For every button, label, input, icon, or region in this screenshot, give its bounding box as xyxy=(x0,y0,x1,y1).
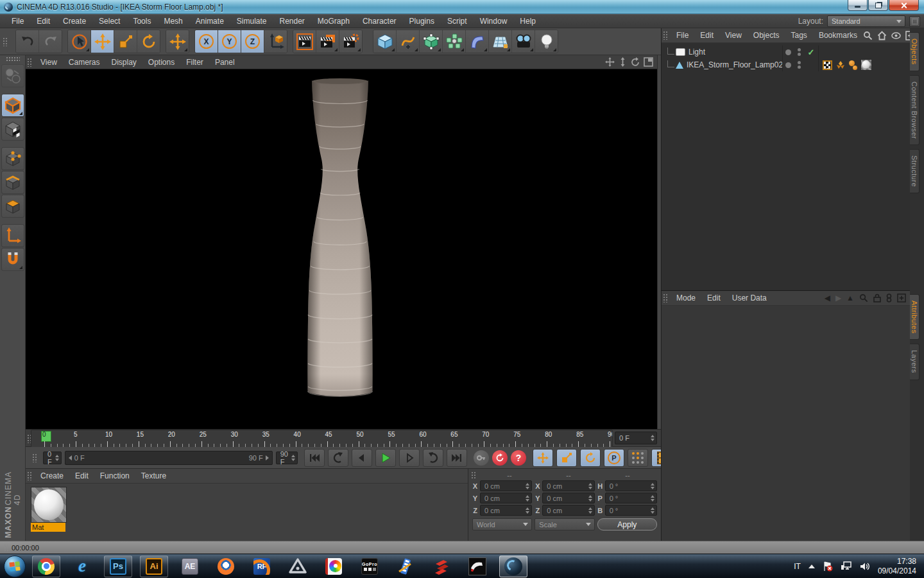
language-indicator[interactable]: IT xyxy=(794,562,801,571)
spinner-icon[interactable] xyxy=(651,507,654,514)
redo-button[interactable] xyxy=(39,30,62,53)
position-keyframe-toggle[interactable] xyxy=(533,449,553,467)
spinner-icon[interactable] xyxy=(526,483,529,489)
model-mode-button[interactable] xyxy=(1,94,24,117)
object-menu-file[interactable]: File xyxy=(671,31,694,40)
live-selection-button[interactable] xyxy=(68,30,91,53)
viewport-menu-grip[interactable] xyxy=(27,58,33,67)
viewport-menu-panel[interactable]: Panel xyxy=(209,58,241,67)
parent-up-icon[interactable]: ▲ xyxy=(846,294,854,302)
spinner-icon[interactable] xyxy=(651,483,654,489)
menu-create[interactable]: Create xyxy=(56,17,92,26)
material-menu-create[interactable]: Create xyxy=(35,471,69,480)
history-forward-icon[interactable]: ▶ xyxy=(835,294,841,302)
menu-character[interactable]: Character xyxy=(356,17,403,26)
current-frame-field[interactable]: 0 F xyxy=(43,451,62,464)
add-deformer-button[interactable] xyxy=(466,30,489,53)
add-camera-button[interactable] xyxy=(512,30,535,53)
search-icon[interactable] xyxy=(863,31,873,40)
attribute-menu-grip[interactable] xyxy=(663,293,669,302)
transform-mode-dropdown[interactable]: Scale xyxy=(535,518,594,530)
snap-magnet-button[interactable] xyxy=(1,248,24,271)
goto-start-button[interactable] xyxy=(304,449,325,467)
attribute-menu-edit[interactable]: Edit xyxy=(701,293,726,302)
add-environment-button[interactable] xyxy=(489,30,512,53)
menu-animate[interactable]: Animate xyxy=(189,17,230,26)
tab-attributes[interactable]: Attributes xyxy=(910,294,920,340)
show-hidden-icons[interactable] xyxy=(809,565,815,568)
layout-dropdown[interactable]: Standard xyxy=(827,15,905,27)
texture-mode-button[interactable] xyxy=(1,118,24,141)
scale-tool-button[interactable] xyxy=(114,30,137,53)
render-visibility-dots[interactable] xyxy=(794,61,804,69)
render-view-button[interactable] xyxy=(293,30,316,53)
taskbar-blender[interactable] xyxy=(212,556,240,577)
x-axis-lock-button[interactable]: X xyxy=(195,30,218,53)
make-editable-button[interactable] xyxy=(1,64,24,87)
object-menu-edit[interactable]: Edit xyxy=(694,31,719,40)
timeline-range-slider[interactable]: 0 F 90 F xyxy=(65,451,273,465)
last-tool-button[interactable] xyxy=(166,30,189,53)
play-button[interactable] xyxy=(375,449,396,467)
viewport-menu-cameras[interactable]: Cameras xyxy=(63,58,106,67)
viewport-menu-view[interactable]: View xyxy=(35,58,63,67)
taskbar-media-app[interactable] xyxy=(320,556,348,577)
material-ball-tag-icon[interactable] xyxy=(849,60,857,70)
ruler-frame-field[interactable]: 0 F xyxy=(615,432,657,444)
tab-layers[interactable]: Layers xyxy=(910,344,920,380)
close-button[interactable] xyxy=(889,0,919,11)
mode-toolbar-grip[interactable] xyxy=(6,57,20,62)
menu-window[interactable]: Window xyxy=(474,17,514,26)
add-modeling-object-button[interactable] xyxy=(420,30,443,53)
toggle-view-icon[interactable] xyxy=(644,57,653,67)
start-button[interactable] xyxy=(4,556,26,577)
material-menu-grip[interactable] xyxy=(27,471,33,480)
coordinate-space-dropdown[interactable]: World xyxy=(472,518,532,530)
spinner-icon[interactable] xyxy=(55,455,59,461)
editor-visibility-dot[interactable] xyxy=(785,49,791,55)
menu-edit[interactable]: Edit xyxy=(30,17,56,26)
help-button[interactable]: ? xyxy=(511,450,526,466)
spinner-icon[interactable] xyxy=(588,483,592,489)
material-menu-edit[interactable]: Edit xyxy=(69,471,94,480)
add-primitive-button[interactable] xyxy=(373,30,397,53)
taskbar-clock[interactable]: 17:38 09/04/2014 xyxy=(878,557,916,576)
restore-button[interactable] xyxy=(868,0,888,11)
zoom-view-icon[interactable] xyxy=(618,57,628,67)
axis-mode-button[interactable] xyxy=(1,224,24,247)
tab-structure[interactable]: Structure xyxy=(910,149,920,193)
object-menu-tags[interactable]: Tags xyxy=(785,31,813,40)
render-picture-viewer-button[interactable] xyxy=(316,30,339,53)
texture-tag-icon[interactable] xyxy=(860,59,872,71)
rotation-b-field[interactable]: 0 ° xyxy=(605,505,657,516)
taskbar-internet-explorer[interactable]: e xyxy=(68,556,96,577)
object-enabled-check[interactable]: ✓ xyxy=(804,48,818,57)
menu-help[interactable]: Help xyxy=(513,17,542,26)
rotation-h-field[interactable]: 0 ° xyxy=(605,480,657,491)
object-menu-objects[interactable]: Objects xyxy=(748,31,785,40)
autokeying-button[interactable] xyxy=(492,450,508,466)
spinner-icon[interactable] xyxy=(526,495,529,502)
taskbar-chrome[interactable] xyxy=(32,556,60,577)
uvw-tag-icon[interactable] xyxy=(823,60,832,70)
spinner-icon[interactable] xyxy=(651,495,654,502)
spinner-icon[interactable] xyxy=(291,455,295,461)
taskbar-realflow[interactable]: RF xyxy=(248,556,276,577)
add-spline-button[interactable] xyxy=(397,30,420,53)
points-mode-button[interactable] xyxy=(1,147,24,170)
point-level-animation-toggle[interactable] xyxy=(628,449,648,467)
rotate-view-icon[interactable] xyxy=(631,57,640,67)
position-z-field[interactable]: 0 cm xyxy=(480,505,532,516)
z-axis-lock-button[interactable]: Z xyxy=(241,30,264,53)
lock-icon[interactable] xyxy=(873,293,881,302)
material-item[interactable]: Mat xyxy=(31,487,65,532)
taskbar-cinema4d[interactable] xyxy=(499,556,527,577)
timeline-ruler-scale[interactable]: 051015202530354045505560657075808590 xyxy=(31,430,613,449)
add-panel-icon[interactable] xyxy=(897,293,906,302)
taskbar-illustrator[interactable]: Ai xyxy=(140,556,168,577)
play-backwards-button[interactable] xyxy=(328,449,348,467)
position-x-field[interactable]: 0 cm xyxy=(480,480,532,491)
add-light-button[interactable] xyxy=(535,30,558,53)
link-icon[interactable] xyxy=(886,293,892,302)
menu-mograph[interactable]: MoGraph xyxy=(311,17,356,26)
